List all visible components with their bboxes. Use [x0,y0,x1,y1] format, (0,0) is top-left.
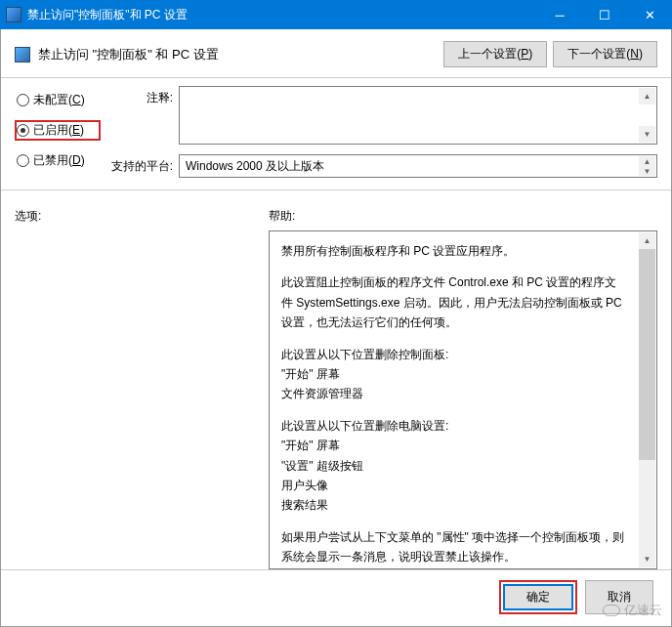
policy-icon [15,47,30,63]
previous-setting-button[interactable]: 上一个设置(P) [443,41,547,67]
close-button[interactable]: ✕ [627,0,672,29]
radio-disabled[interactable]: 已禁用(D) [15,150,101,171]
platform-value: Windows 2000 及以上版本 [186,158,324,175]
ok-highlight: 确定 [499,580,577,614]
fields-column: 注释: ▲ ▼ 支持的平台: Windows 2000 及以上版本 ▲ ▼ [101,86,657,178]
window-title: 禁止访问"控制面板"和 PC 设置 [27,7,537,23]
help-paragraph: 此设置阻止控制面板的程序文件 Control.exe 和 PC 设置的程序文件 … [281,272,627,332]
comment-label: 注释: [110,86,173,106]
platform-textbox: Windows 2000 及以上版本 ▲ ▼ [179,154,657,178]
app-icon [6,7,21,22]
comment-textbox[interactable]: ▲ ▼ [179,86,657,145]
next-setting-button[interactable]: 下一个设置(N) [553,41,657,67]
ok-button[interactable]: 确定 [503,584,573,610]
scrollbar[interactable]: ▲ ▼ [639,232,655,567]
options-column: 选项: [15,208,259,569]
radio-icon [17,124,29,137]
radio-group: 未配置(C) 已启用(E) 已禁用(D) [15,86,101,178]
titlebar: 禁止访问"控制面板"和 PC 设置 ─ ☐ ✕ [0,0,672,29]
help-paragraph: 如果用户尝试从上下文菜单的 "属性" 项中选择一个控制面板项，则系统会显示一条消… [281,527,627,567]
scroll-up-icon[interactable]: ▲ [639,88,655,104]
maximize-button[interactable]: ☐ [582,0,627,29]
help-paragraph: 禁用所有控制面板程序和 PC 设置应用程序。 [281,241,627,261]
scrollbar-thumb[interactable] [639,249,655,460]
scroll-down-icon[interactable]: ▼ [639,166,655,176]
window-controls: ─ ☐ ✕ [537,0,672,29]
scroll-up-icon[interactable]: ▲ [639,232,655,249]
scroll-down-icon[interactable]: ▼ [639,126,655,143]
client-area: 禁止访问 "控制面板" 和 PC 设置 上一个设置(P) 下一个设置(N) 未配… [0,29,672,627]
platform-label: 支持的平台: [110,154,173,175]
help-label: 帮助: [269,208,657,225]
lower-section: 选项: 帮助: 禁用所有控制面板程序和 PC 设置应用程序。 此设置阻止控制面板… [1,198,671,569]
radio-enabled[interactable]: 已启用(E) [15,120,101,141]
scroll-up-icon[interactable]: ▲ [639,156,655,166]
radio-not-configured[interactable]: 未配置(C) [15,90,101,110]
scrollbar-track[interactable] [639,249,655,551]
help-textbox[interactable]: 禁用所有控制面板程序和 PC 设置应用程序。 此设置阻止控制面板的程序文件 Co… [269,230,657,569]
help-paragraph: 此设置从以下位置删除控制面板: "开始" 屏幕 文件资源管理器 [281,345,627,404]
help-column: 帮助: 禁用所有控制面板程序和 PC 设置应用程序。 此设置阻止控制面板的程序文… [269,208,657,569]
radio-icon [17,94,29,106]
footer: 确定 取消 [1,569,671,626]
minimize-button[interactable]: ─ [537,0,582,29]
separator [1,77,671,78]
help-paragraph: 此设置从以下位置删除电脑设置: "开始" 屏幕 "设置" 超级按钮 用户头像 搜… [281,416,627,516]
middle-section: 未配置(C) 已启用(E) 已禁用(D) 注释: ▲ ▼ [1,86,671,178]
radio-icon [17,154,29,167]
options-label: 选项: [15,208,259,225]
scroll-down-icon[interactable]: ▼ [639,551,655,567]
policy-title: 禁止访问 "控制面板" 和 PC 设置 [38,46,443,63]
cancel-button[interactable]: 取消 [585,580,653,614]
header-row: 禁止访问 "控制面板" 和 PC 设置 上一个设置(P) 下一个设置(N) [1,29,671,75]
separator [1,189,671,190]
